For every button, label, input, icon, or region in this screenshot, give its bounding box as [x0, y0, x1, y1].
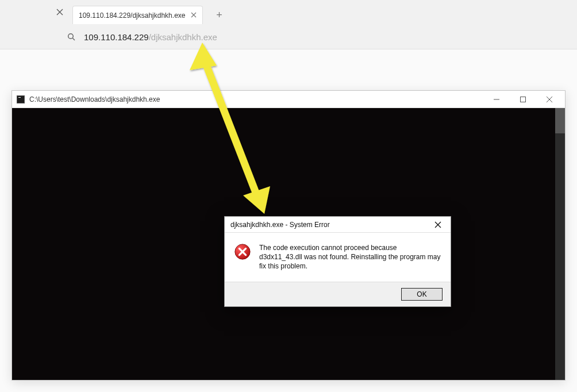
dialog-close-button[interactable]	[429, 218, 447, 232]
new-tab-button[interactable]: +	[211, 7, 227, 23]
scrollbar-thumb[interactable]	[555, 108, 565, 133]
minimize-button[interactable]	[483, 91, 510, 108]
address-path: /djksahjkdhkh.exe	[149, 32, 217, 42]
svg-line-1	[72, 38, 75, 40]
svg-rect-3	[521, 97, 526, 102]
active-tab[interactable]: 109.110.184.229/djksahjkdhkh.exe	[72, 6, 203, 24]
browser-chrome: 109.110.184.229/djksahjkdhkh.exe + 109.1…	[0, 0, 577, 49]
dialog-titlebar[interactable]: djksahjkdhkh.exe - System Error	[225, 217, 451, 233]
tab-close-icon[interactable]	[191, 11, 197, 20]
tab-title: 109.110.184.229/djksahjkdhkh.exe	[79, 11, 185, 20]
error-icon	[234, 243, 251, 271]
maximize-button[interactable]	[510, 91, 536, 108]
ok-button[interactable]: OK	[401, 288, 443, 301]
console-titlebar[interactable]: C:\Users\test\Downloads\djksahjkdhkh.exe	[12, 91, 565, 108]
dialog-title: djksahjkdhkh.exe - System Error	[230, 221, 330, 229]
window-controls	[483, 91, 563, 108]
search-icon	[67, 32, 76, 41]
tab-strip: 109.110.184.229/djksahjkdhkh.exe +	[0, 0, 577, 24]
console-title: C:\Users\test\Downloads\djksahjkdhkh.exe	[29, 95, 160, 103]
address-host: 109.110.184.229	[84, 32, 149, 42]
prev-tab-close-icon[interactable]	[56, 8, 64, 16]
svg-point-0	[68, 34, 74, 39]
dialog-footer: OK	[225, 282, 451, 306]
dialog-body: The code execution cannot proceed becaus…	[225, 233, 451, 282]
scrollbar[interactable]	[555, 108, 565, 380]
dialog-message: The code execution cannot proceed becaus…	[259, 243, 441, 271]
error-dialog: djksahjkdhkh.exe - System Error The code…	[224, 216, 451, 307]
window-close-button[interactable]	[536, 91, 563, 108]
console-title-left: C:\Users\test\Downloads\djksahjkdhkh.exe	[17, 95, 160, 103]
terminal-icon	[17, 95, 25, 103]
address-bar[interactable]: 109.110.184.229/djksahjkdhkh.exe	[0, 24, 577, 49]
